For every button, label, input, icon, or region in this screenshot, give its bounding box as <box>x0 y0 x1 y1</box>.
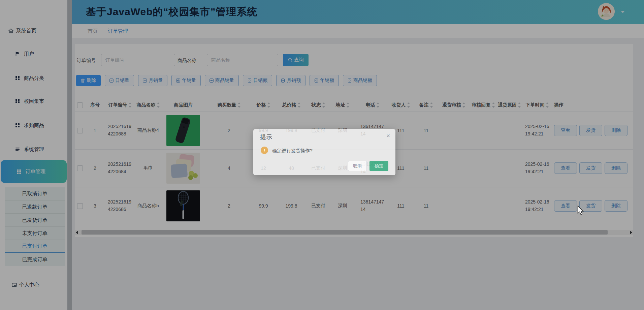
confirm-button[interactable]: 确定 <box>369 161 388 171</box>
cancel-button[interactable]: 取消 <box>348 161 367 171</box>
close-icon[interactable]: × <box>386 132 390 139</box>
dialog-title: 提示 <box>260 133 272 141</box>
app-viewport: 系统首页 用户 商品分类 校园集市 求购商品 系统管理 订单管理 已取消订单 已 <box>0 0 644 310</box>
dialog-message: 确定进行发货操作? <box>272 148 313 154</box>
warning-icon: ! <box>261 147 268 154</box>
confirm-dialog: 提示 × ! 确定进行发货操作? 取消 确定 <box>253 129 395 175</box>
